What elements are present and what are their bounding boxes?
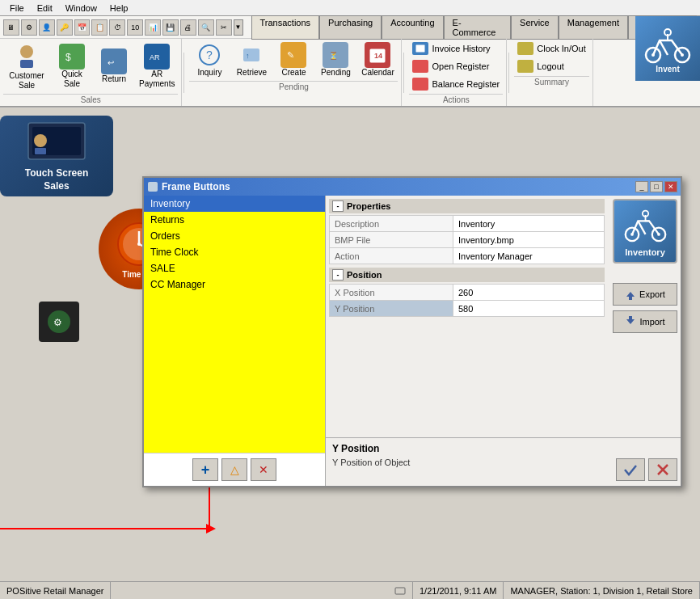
toolbar-icon-12[interactable]: 🔍 bbox=[198, 19, 214, 36]
actions-stack: Invoice History Open Register Balance Re… bbox=[409, 40, 503, 92]
toolbar-icon-2[interactable]: ⚙ bbox=[21, 19, 37, 36]
calendar-icon: 14 bbox=[365, 42, 390, 68]
nav-tab-ecommerce[interactable]: E-Commerce bbox=[444, 15, 512, 40]
svg-point-0 bbox=[20, 45, 33, 58]
svg-point-27 bbox=[137, 243, 141, 246]
list-add-button[interactable]: + bbox=[192, 458, 218, 481]
list-item-time-clock[interactable]: Time Clock bbox=[144, 244, 325, 260]
toolbar-icon-7[interactable]: ⏱ bbox=[109, 19, 125, 36]
invoice-history-label: Invoice History bbox=[432, 44, 490, 53]
list-item-cc-manager[interactable]: CC Manager bbox=[144, 276, 325, 293]
dialog-minimize-button[interactable]: _ bbox=[635, 181, 648, 192]
balance-register-button[interactable]: Balance Register bbox=[409, 76, 503, 92]
menu-help[interactable]: Help bbox=[103, 2, 135, 15]
toolbar-icon-8[interactable]: 10 bbox=[127, 19, 143, 36]
props-row-xposition: X Position 260 bbox=[330, 285, 605, 301]
invoice-history-button[interactable]: Invoice History bbox=[409, 40, 503, 57]
menu-edit[interactable]: Edit bbox=[31, 2, 59, 15]
svg-rect-13 bbox=[415, 44, 425, 53]
svg-text:↩: ↩ bbox=[108, 58, 114, 67]
retrieve-label: Retrieve bbox=[237, 68, 267, 78]
ok-icon bbox=[622, 462, 639, 478]
dialog-controls: _ □ ✕ bbox=[635, 181, 677, 192]
menu-window[interactable]: Window bbox=[59, 2, 103, 15]
quick-sale-button[interactable]: $ QuickSale bbox=[52, 40, 92, 92]
divider-3 bbox=[508, 53, 509, 93]
ok-button[interactable] bbox=[616, 458, 645, 481]
return-icon: ↩ bbox=[101, 49, 127, 74]
cancel-button[interactable] bbox=[648, 458, 677, 481]
pending-button[interactable]: ⏳ Pending bbox=[315, 40, 356, 79]
clock-in-out-button[interactable]: Clock In/Out bbox=[514, 40, 589, 57]
toolbar-icon-11[interactable]: 🖨 bbox=[180, 19, 196, 36]
import-button[interactable]: Import bbox=[613, 310, 677, 333]
ar-payments-button[interactable]: AR ARPayments bbox=[136, 40, 178, 92]
status-user-info: MANAGER, Station: 1, Division 1, Retail … bbox=[504, 582, 700, 599]
export-label: Export bbox=[639, 289, 665, 299]
status-bar: POSitive Retail Manager 1/21/2011, 9:11 … bbox=[0, 581, 700, 599]
toolbar-dropdown[interactable]: ▼ bbox=[234, 19, 243, 36]
create-label: Create bbox=[281, 68, 306, 78]
nav-tab-accounting[interactable]: Accounting bbox=[382, 15, 443, 40]
touch-screen-sales-icon[interactable]: Touch ScreenSales bbox=[0, 116, 113, 196]
toolbar-icon-9[interactable]: 📊 bbox=[145, 19, 161, 36]
section-pending: ? Inquiry ↑ Retrieve ✎ Create bbox=[186, 39, 402, 106]
props-row-yposition[interactable]: Y Position 580 bbox=[330, 301, 605, 317]
section-actions: Invoice History Open Register Balance Re… bbox=[406, 39, 507, 106]
inventory-shortcut[interactable]: Invent bbox=[635, 16, 700, 81]
small-icon[interactable]: ⚙ bbox=[39, 302, 79, 342]
toolbar-icon-6[interactable]: 📋 bbox=[91, 19, 108, 36]
cancel-icon bbox=[655, 462, 671, 478]
nav-tab-transactions[interactable]: Transactions bbox=[251, 15, 320, 40]
import-icon bbox=[625, 316, 636, 327]
clock-in-out-label: Clock In/Out bbox=[537, 44, 586, 53]
toolbar-icon-4[interactable]: 🔑 bbox=[57, 19, 73, 36]
inventory-preview: Inventory bbox=[613, 199, 677, 264]
list-delete-button[interactable]: ✕ bbox=[251, 458, 276, 481]
touch-screen-sales-label: Touch ScreenSales bbox=[25, 167, 88, 192]
open-register-button[interactable]: Open Register bbox=[409, 58, 503, 74]
nav-tab-management[interactable]: Management bbox=[559, 15, 628, 40]
nav-tab-service[interactable]: Service bbox=[511, 15, 559, 40]
return-button[interactable]: ↩ Return bbox=[94, 40, 134, 92]
calendar-button[interactable]: 14 Calendar bbox=[357, 40, 398, 79]
customer-sale-button[interactable]: CustomerSale bbox=[3, 40, 50, 92]
svg-text:?: ? bbox=[206, 49, 213, 61]
retrieve-button[interactable]: ↑ Retrieve bbox=[231, 40, 272, 79]
create-button[interactable]: ✎ Create bbox=[273, 40, 314, 79]
export-button[interactable]: Export bbox=[613, 283, 677, 306]
toolbar-icon-13[interactable]: ✂ bbox=[216, 19, 232, 36]
list-item-orders[interactable]: Orders bbox=[144, 228, 325, 244]
arrow-head bbox=[206, 524, 216, 534]
dialog-restore-button[interactable]: □ bbox=[650, 181, 663, 192]
create-icon: ✎ bbox=[280, 42, 306, 68]
toolbar-icon-10[interactable]: 💾 bbox=[162, 19, 179, 36]
position-section-header[interactable]: - Position bbox=[329, 268, 605, 282]
properties-collapse-button[interactable]: - bbox=[332, 200, 344, 212]
toolbar-icon-1[interactable]: 🖥 bbox=[3, 19, 19, 36]
nav-tab-purchasing[interactable]: Purchasing bbox=[319, 15, 382, 40]
position-collapse-button[interactable]: - bbox=[332, 269, 344, 281]
open-register-icon bbox=[412, 60, 428, 73]
list-item-inventory[interactable]: Inventory bbox=[144, 196, 325, 212]
dialog-bottom-buttons bbox=[616, 458, 677, 481]
list-edit-button[interactable]: △ bbox=[221, 458, 247, 481]
toolbar-icon-5[interactable]: 📅 bbox=[74, 19, 91, 36]
logout-button[interactable]: Logout bbox=[514, 58, 589, 74]
svg-text:$: $ bbox=[65, 52, 71, 63]
list-item-returns[interactable]: Returns bbox=[144, 212, 325, 228]
list-item-sale[interactable]: SALE bbox=[144, 260, 325, 276]
frame-buttons-dialog: Frame Buttons _ □ ✕ Inventory Returns Or… bbox=[142, 176, 682, 487]
logout-label: Logout bbox=[537, 61, 564, 71]
dialog-close-button[interactable]: ✕ bbox=[664, 181, 677, 192]
list-empty-area bbox=[144, 293, 325, 453]
inquiry-button[interactable]: ? Inquiry bbox=[189, 40, 230, 79]
info-title: Y Position bbox=[332, 443, 674, 454]
toolbar-icon-3[interactable]: 👤 bbox=[39, 19, 55, 36]
menu-file[interactable]: File bbox=[3, 2, 31, 15]
status-window-graphic bbox=[394, 587, 406, 595]
balance-register-icon bbox=[412, 78, 428, 91]
properties-section-header[interactable]: - Properties bbox=[329, 199, 605, 213]
dialog-right: Inventory - Properties Description Inven… bbox=[326, 196, 681, 486]
status-window-icon bbox=[388, 582, 413, 599]
